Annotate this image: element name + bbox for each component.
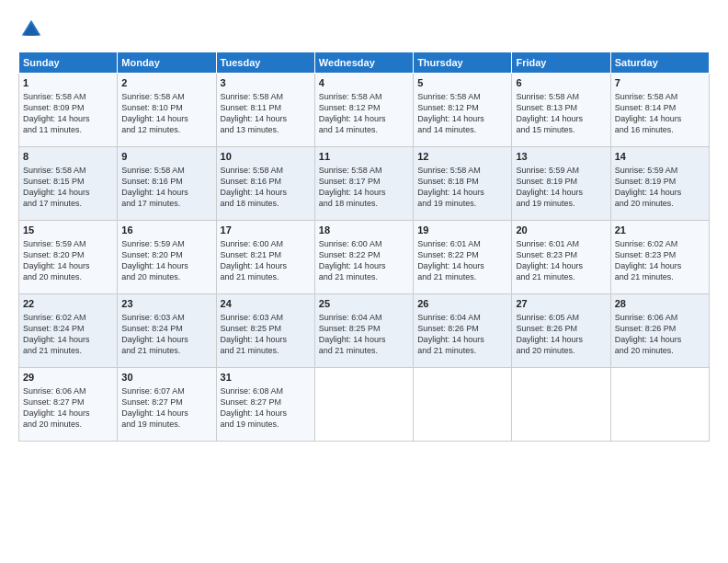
day-info-line: Sunrise: 6:06 AM bbox=[23, 385, 113, 396]
day-cell-31: 31Sunrise: 6:08 AMSunset: 8:27 PMDayligh… bbox=[216, 368, 314, 442]
day-info-line: Sunset: 8:27 PM bbox=[23, 396, 113, 408]
logo bbox=[18, 17, 48, 42]
day-cell-4: 4Sunrise: 5:58 AMSunset: 8:12 PMDaylight… bbox=[314, 74, 413, 147]
day-info-line: and 15 minutes. bbox=[516, 124, 606, 135]
day-info-line: Daylight: 14 hours bbox=[615, 187, 705, 198]
day-info-line: Sunset: 8:24 PM bbox=[121, 323, 211, 334]
day-cell-29: 29Sunrise: 6:06 AMSunset: 8:27 PMDayligh… bbox=[19, 368, 118, 442]
day-info-line: Sunset: 8:16 PM bbox=[221, 176, 311, 187]
day-number-19: 19 bbox=[417, 224, 507, 237]
day-cell-8: 8Sunrise: 5:58 AMSunset: 8:15 PMDaylight… bbox=[19, 147, 118, 221]
day-number-24: 24 bbox=[221, 297, 311, 311]
day-info-line: Sunrise: 5:58 AM bbox=[516, 91, 606, 102]
day-info-line: Sunrise: 6:02 AM bbox=[615, 238, 705, 249]
day-number-5: 5 bbox=[417, 76, 507, 90]
day-info-line: Sunset: 8:27 PM bbox=[121, 396, 211, 408]
day-info-line: Sunrise: 5:58 AM bbox=[417, 91, 507, 102]
day-info-line: and 21 minutes. bbox=[221, 271, 311, 282]
day-info-line: Sunrise: 6:04 AM bbox=[319, 312, 409, 323]
day-info-line: and 19 minutes. bbox=[121, 419, 211, 430]
day-info-line: Sunset: 8:09 PM bbox=[23, 102, 113, 113]
day-info-line: Daylight: 14 hours bbox=[417, 113, 507, 124]
day-info-line: and 18 minutes. bbox=[221, 198, 311, 209]
col-header-friday: Friday bbox=[512, 52, 610, 74]
day-info-line: Sunrise: 5:58 AM bbox=[417, 165, 507, 176]
day-cell-5: 5Sunrise: 5:58 AMSunset: 8:12 PMDaylight… bbox=[414, 74, 512, 147]
day-info-line: Sunset: 8:23 PM bbox=[516, 249, 606, 260]
day-info-line: Sunset: 8:21 PM bbox=[221, 249, 311, 260]
day-cell-28: 28Sunrise: 6:06 AMSunset: 8:26 PMDayligh… bbox=[610, 294, 709, 368]
day-info-line: and 21 minutes. bbox=[221, 345, 311, 356]
header bbox=[18, 17, 710, 42]
week-row-3: 15Sunrise: 5:59 AMSunset: 8:20 PMDayligh… bbox=[19, 221, 710, 294]
day-info-line: Daylight: 14 hours bbox=[121, 260, 211, 271]
day-cell-2: 2Sunrise: 5:58 AMSunset: 8:10 PMDaylight… bbox=[118, 74, 216, 147]
day-info-line: and 19 minutes. bbox=[417, 198, 507, 209]
day-number-18: 18 bbox=[319, 224, 409, 237]
day-info-line: Sunrise: 5:58 AM bbox=[221, 91, 311, 102]
day-info-line: Sunset: 8:27 PM bbox=[221, 396, 311, 408]
day-info-line: Sunrise: 6:00 AM bbox=[221, 238, 311, 249]
day-info-line: and 19 minutes. bbox=[221, 419, 311, 430]
day-cell-23: 23Sunrise: 6:03 AMSunset: 8:24 PMDayligh… bbox=[118, 294, 216, 368]
day-info-line: and 21 minutes. bbox=[23, 345, 113, 356]
empty-cell bbox=[610, 368, 709, 442]
day-info-line: and 17 minutes. bbox=[121, 198, 211, 209]
day-number-4: 4 bbox=[319, 76, 409, 90]
calendar-table: SundayMondayTuesdayWednesdayThursdayFrid… bbox=[18, 52, 710, 442]
day-info-line: Sunrise: 6:08 AM bbox=[221, 385, 311, 396]
day-info-line: Sunrise: 5:58 AM bbox=[615, 91, 705, 102]
day-info-line: and 21 minutes. bbox=[516, 271, 606, 282]
day-info-line: Sunset: 8:19 PM bbox=[516, 176, 606, 187]
day-info-line: Sunrise: 6:06 AM bbox=[615, 312, 705, 323]
day-info-line: Daylight: 14 hours bbox=[516, 113, 606, 124]
day-number-15: 15 bbox=[23, 224, 113, 237]
day-info-line: Daylight: 14 hours bbox=[516, 334, 606, 345]
day-info-line: Sunrise: 5:58 AM bbox=[121, 91, 211, 102]
day-info-line: and 21 minutes. bbox=[615, 271, 705, 282]
day-info-line: Sunrise: 5:58 AM bbox=[221, 165, 311, 176]
day-info-line: Sunrise: 5:59 AM bbox=[516, 165, 606, 176]
day-info-line: and 20 minutes. bbox=[23, 419, 113, 430]
day-info-line: and 21 minutes. bbox=[417, 345, 507, 356]
day-number-25: 25 bbox=[319, 297, 409, 311]
day-info-line: Sunrise: 6:02 AM bbox=[23, 312, 113, 323]
day-info-line: Sunrise: 6:04 AM bbox=[417, 312, 507, 323]
day-info-line: Sunrise: 6:07 AM bbox=[121, 385, 211, 396]
day-info-line: Sunset: 8:16 PM bbox=[121, 176, 211, 187]
col-header-monday: Monday bbox=[118, 52, 216, 74]
day-info-line: Sunset: 8:20 PM bbox=[23, 249, 113, 260]
day-info-line: Sunset: 8:17 PM bbox=[319, 176, 409, 187]
day-info-line: and 20 minutes. bbox=[615, 345, 705, 356]
logo-icon bbox=[18, 17, 44, 42]
day-info-line: and 17 minutes. bbox=[23, 198, 113, 209]
day-cell-16: 16Sunrise: 5:59 AMSunset: 8:20 PMDayligh… bbox=[118, 221, 216, 294]
day-info-line: Sunset: 8:10 PM bbox=[121, 102, 211, 113]
day-info-line: Daylight: 14 hours bbox=[221, 260, 311, 271]
empty-cell bbox=[512, 368, 610, 442]
day-info-line: Sunset: 8:15 PM bbox=[23, 176, 113, 187]
day-cell-27: 27Sunrise: 6:05 AMSunset: 8:26 PMDayligh… bbox=[512, 294, 610, 368]
day-info-line: Sunset: 8:25 PM bbox=[319, 323, 409, 334]
day-info-line: Sunrise: 5:58 AM bbox=[23, 165, 113, 176]
day-cell-14: 14Sunrise: 5:59 AMSunset: 8:19 PMDayligh… bbox=[610, 147, 709, 221]
day-number-13: 13 bbox=[516, 150, 606, 164]
col-header-thursday: Thursday bbox=[414, 52, 512, 74]
day-number-20: 20 bbox=[516, 224, 606, 237]
day-info-line: Sunset: 8:23 PM bbox=[615, 249, 705, 260]
day-cell-30: 30Sunrise: 6:07 AMSunset: 8:27 PMDayligh… bbox=[118, 368, 216, 442]
day-info-line: Sunset: 8:22 PM bbox=[319, 249, 409, 260]
day-info-line: Sunrise: 5:59 AM bbox=[23, 238, 113, 249]
day-number-30: 30 bbox=[121, 371, 211, 385]
day-info-line: Sunset: 8:26 PM bbox=[516, 323, 606, 334]
day-number-14: 14 bbox=[615, 150, 705, 164]
day-info-line: Sunrise: 5:58 AM bbox=[121, 165, 211, 176]
week-row-2: 8Sunrise: 5:58 AMSunset: 8:15 PMDaylight… bbox=[19, 147, 710, 221]
day-number-23: 23 bbox=[121, 297, 211, 311]
day-info-line: Sunset: 8:12 PM bbox=[417, 102, 507, 113]
day-cell-3: 3Sunrise: 5:58 AMSunset: 8:11 PMDaylight… bbox=[216, 74, 314, 147]
header-row: SundayMondayTuesdayWednesdayThursdayFrid… bbox=[19, 52, 710, 74]
day-number-22: 22 bbox=[23, 297, 113, 311]
day-number-10: 10 bbox=[221, 150, 311, 164]
day-info-line: Sunrise: 6:03 AM bbox=[221, 312, 311, 323]
